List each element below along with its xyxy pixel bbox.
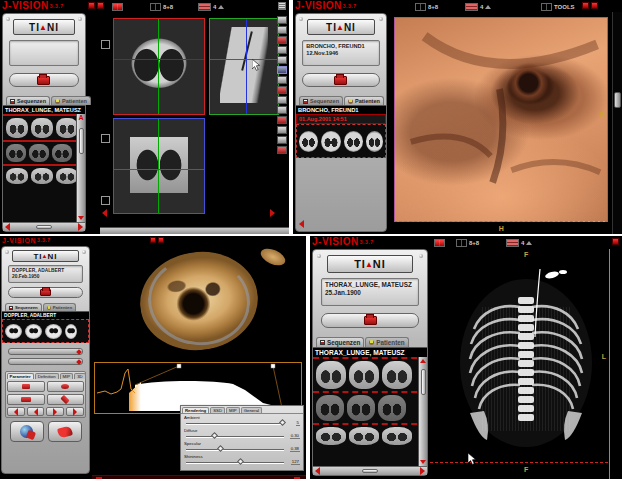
ct-thumbnail[interactable] (316, 395, 344, 421)
panel-tool-button[interactable] (47, 381, 85, 392)
dialog-tab[interactable]: SSD (210, 407, 225, 413)
tool-icon[interactable] (277, 106, 287, 114)
layout-2x2-icon[interactable] (112, 3, 123, 11)
panel-tool-button[interactable] (7, 394, 45, 405)
titlebar[interactable]: J-VISION3.3.7 (0, 236, 306, 245)
scroll-right-icon[interactable] (270, 209, 275, 217)
step-forward-button[interactable] (46, 407, 64, 416)
scrollbar-thumb[interactable] (36, 225, 52, 229)
thumbnail-row[interactable] (313, 425, 427, 447)
window-level-slider[interactable] (8, 348, 83, 355)
panel-tab[interactable]: Parameter (7, 373, 34, 379)
tool-icon-active[interactable] (277, 66, 287, 74)
tab-sequences[interactable]: Sequenzen (5, 303, 42, 311)
panel-tool-button[interactable] (47, 394, 85, 405)
window-buttons[interactable] (582, 2, 598, 9)
scroll-down-icon[interactable] (78, 216, 84, 220)
ct-thumbnail[interactable] (6, 144, 26, 162)
thumbnail-row[interactable] (313, 359, 427, 391)
layout-2x2-icon[interactable] (434, 239, 445, 247)
tab-sequences[interactable]: Sequenzen (299, 96, 343, 105)
series-date-row[interactable]: 01.Aug.2001 14:51 (296, 114, 386, 124)
window-button-icon[interactable] (88, 2, 95, 9)
tool-icon[interactable] (277, 36, 287, 44)
volume-viewport[interactable]: Rendering SSD MIP General Ambient 5 Diff… (92, 246, 306, 479)
patient-name-bar[interactable]: BRONCHO, FREUND1 (296, 105, 386, 114)
ct-thumbnail[interactable] (52, 144, 72, 162)
tab-patients[interactable]: Patienten (43, 303, 76, 311)
ct-thumbnail[interactable] (347, 395, 375, 421)
coronal-pane[interactable] (113, 118, 205, 214)
mip-viewport[interactable]: F L F (430, 249, 622, 479)
panel-tab[interactable]: MIP (60, 373, 74, 379)
titlebar[interactable]: J-VISION3.3.7 8+8 4 (0, 0, 289, 12)
scroll-down-icon[interactable] (420, 460, 426, 464)
tool-icon[interactable] (277, 16, 287, 24)
layout-grid-icon[interactable] (150, 3, 161, 11)
scroll-up-icon[interactable] (420, 359, 426, 363)
step-last-button[interactable] (66, 407, 84, 416)
stack-up-icon[interactable] (526, 241, 532, 245)
tool-icon[interactable] (277, 146, 287, 154)
ct-thumbnail[interactable] (31, 168, 53, 184)
tab-sequences[interactable]: Sequenzen (6, 96, 50, 105)
series-thumbnails[interactable]: A (3, 114, 85, 222)
ct-thumbnail[interactable] (378, 395, 406, 421)
panel-tool-button[interactable] (7, 381, 45, 392)
resize-handle[interactable] (101, 134, 110, 143)
viewport-hscroll[interactable] (100, 227, 289, 234)
slider-track[interactable] (186, 449, 284, 450)
scroll-right-icon[interactable] (420, 467, 425, 475)
viewport-toolbar[interactable] (276, 16, 288, 218)
tool-icon[interactable] (277, 96, 287, 104)
layout-grid-icon[interactable] (456, 239, 467, 247)
ct-thumbnail[interactable] (6, 118, 28, 138)
skull-3d-image[interactable] (134, 244, 264, 357)
tools-icon[interactable] (541, 3, 552, 11)
slider-track[interactable] (186, 436, 284, 437)
skull-thumbnail[interactable] (45, 324, 62, 339)
window-buttons[interactable] (150, 237, 164, 243)
slider-handle-icon[interactable] (76, 359, 82, 365)
window-button-icon[interactable] (150, 237, 156, 243)
slider-track[interactable] (186, 423, 284, 424)
slider-handle[interactable] (237, 458, 244, 465)
mpr-viewport[interactable] (100, 14, 289, 234)
tab-patients[interactable]: Patienten (365, 337, 408, 347)
sagittal-pane[interactable] (209, 18, 279, 115)
scrollbar-thumb[interactable] (362, 469, 378, 473)
thumbnail-row[interactable] (3, 142, 85, 164)
ct-thumbnail[interactable] (31, 118, 53, 138)
patient-name-bar[interactable]: THORAX_LUNGE, MATEUSZ (3, 105, 85, 114)
slider-track[interactable] (186, 462, 284, 463)
open-study-button[interactable] (8, 287, 83, 298)
layout-grid-icon[interactable] (415, 3, 426, 11)
thumbnail-scrollbar[interactable]: A (76, 114, 85, 222)
slider-handle[interactable] (217, 445, 224, 452)
ct-thumbnail[interactable] (349, 427, 379, 445)
window-button-icon[interactable] (158, 237, 164, 243)
scrollbar-thumb[interactable] (421, 369, 426, 395)
slice-scrollbar[interactable] (102, 208, 275, 218)
window-buttons[interactable] (612, 238, 619, 245)
ct-thumbnail[interactable] (349, 361, 379, 389)
open-study-button[interactable] (321, 313, 419, 328)
skull-thumbnail[interactable] (5, 324, 22, 339)
resize-handle[interactable] (101, 196, 110, 205)
panel-tab[interactable]: Definition (35, 373, 59, 379)
ct-thumbnail[interactable] (6, 168, 28, 184)
stack-up-icon[interactable] (218, 5, 224, 9)
ct-thumbnail[interactable] (382, 361, 412, 389)
skull-render-area[interactable] (92, 246, 306, 358)
patient-name-bar[interactable]: THORAX_LUNGE, MATEUSZ (313, 347, 427, 357)
window-button-icon[interactable] (612, 238, 619, 245)
skull-thumbnail[interactable] (65, 324, 77, 339)
scrollbar-thumb[interactable] (79, 128, 84, 154)
endoscopy-viewport[interactable]: R H (390, 13, 612, 232)
open-study-button[interactable] (302, 73, 379, 87)
tool-icon[interactable] (277, 46, 287, 54)
render-settings-dialog[interactable]: Rendering SSD MIP General Ambient 5 Diff… (180, 405, 304, 471)
tab-sequences[interactable]: Sequenzen (316, 337, 364, 347)
dialog-tab[interactable]: MIP (226, 407, 240, 413)
tool-icon[interactable] (277, 136, 287, 144)
